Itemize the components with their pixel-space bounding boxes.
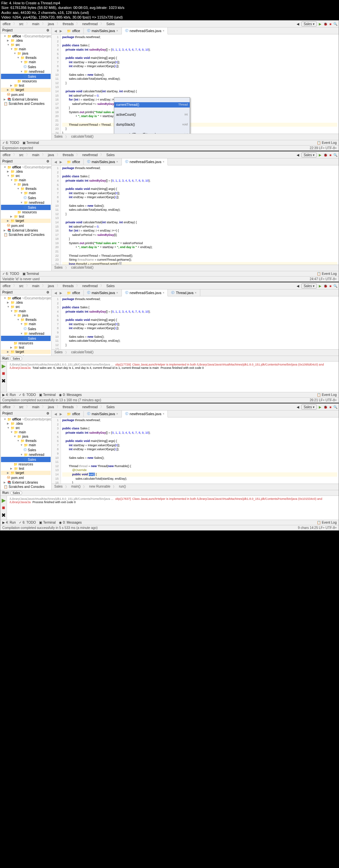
tree-item[interactable]: ▼📁main: [1, 47, 51, 51]
tree-item-selected[interactable]: ⒸSales: [1, 74, 51, 79]
stop-icon[interactable]: ■: [2, 371, 5, 376]
tab-bar: ◀ ▶ 📁office Ⓒmain/Sales.java× Ⓒnewthread…: [52, 27, 339, 34]
code-editor[interactable]: 123456789101112131415161718192021222324 …: [52, 34, 339, 134]
toolbar: ◀ Sales ▾ ▶ 🐞 ■ 🔍: [296, 22, 337, 27]
tree-item[interactable]: ▼📁src: [1, 43, 51, 47]
video-metadata-header: File: 4. How to Create a Thread.mp4 Size…: [0, 0, 339, 20]
crumb[interactable]: java: [47, 22, 55, 26]
ide-frame-4: office〉src〉main〉java〉threads〉newthread〉S…: [0, 403, 339, 531]
ide-frame-2: office〉src〉main〉java〉threads〉newthread〉S…: [0, 151, 339, 282]
tree-root[interactable]: ▼📁office ~/Documents/project/dts/office: [1, 34, 51, 38]
status-bar: Expression expected22:39 LF÷ UTF-8÷: [0, 145, 339, 151]
tab[interactable]: 📁office: [63, 28, 84, 34]
run-tab[interactable]: ▶ 4: Run: [2, 393, 16, 397]
run-output[interactable]: /Library/Java/JavaVirtualMachines/jdk1.8…: [7, 362, 339, 392]
editor-area: ◀ ▶ 📁office Ⓒmain/Sales.java× Ⓒnewthread…: [52, 27, 339, 140]
tab[interactable]: Ⓒmain/Sales.java×: [84, 27, 122, 34]
tree-item[interactable]: ▼📁main: [1, 60, 51, 64]
terminal-tab[interactable]: ▣ Terminal: [23, 141, 39, 145]
autocomplete-item[interactable]: dumpStack()void: [114, 122, 190, 127]
close-icon[interactable]: ✖: [1, 378, 6, 384]
tree-item[interactable]: ▼📁threads: [1, 56, 51, 60]
autocomplete-item[interactable]: currentThread()Thread: [114, 102, 190, 107]
tree-item[interactable]: ⒸSales: [1, 64, 51, 69]
crumb[interactable]: newthread: [81, 22, 98, 26]
tree-item[interactable]: 📁resources: [1, 79, 51, 83]
crumb[interactable]: office: [2, 22, 11, 26]
gutter: 123456789101112131415161718192021222324: [52, 34, 61, 134]
tree-item[interactable]: ▶📁test: [1, 83, 51, 88]
project-tree[interactable]: ▼📁office ~/Documents/project/dts/office …: [0, 33, 51, 140]
event-log[interactable]: 📋 Event Log: [317, 141, 337, 145]
tree-item[interactable]: ▶📚External Libraries: [1, 97, 51, 101]
tree-item[interactable]: ▼📁newthread: [1, 69, 51, 74]
run-config-dropdown[interactable]: Sales ▾: [301, 22, 317, 27]
nav-fwd[interactable]: ▶: [58, 28, 63, 33]
project-tool-window: Project⚙ ▼📁office ~/Documents/project/dt…: [0, 27, 52, 140]
crumb[interactable]: src: [18, 22, 25, 26]
autocomplete-popup[interactable]: currentThread()Thread activeCount()int d…: [114, 97, 190, 134]
back-icon[interactable]: ◀: [296, 22, 299, 26]
run-header: Run: Sales: [0, 356, 339, 362]
messages-tab[interactable]: ◉ 0: Messages: [59, 393, 82, 397]
run-icon[interactable]: ▶: [319, 22, 321, 26]
tree-item[interactable]: ▶📁target: [1, 88, 51, 92]
breadcrumbs: office〉 src〉 main〉 java〉 threads〉 newthr…: [2, 21, 116, 27]
editor-breadcrumb: Sales〉calculateTotal(): [52, 134, 339, 140]
autocomplete-item[interactable]: enumerate(Thread[] tarray)int: [114, 132, 190, 134]
nav-back[interactable]: ◀: [53, 28, 58, 33]
gear-icon[interactable]: ⚙: [46, 28, 49, 32]
bottom-tool-bar: ✓ 6: TODO ▣ Terminal 📋 Event Log: [0, 140, 339, 145]
run-toolbar: ▶ ■ ✖: [0, 362, 7, 392]
crumb[interactable]: Sales: [105, 22, 116, 26]
tree-item[interactable]: ▼📁java: [1, 51, 51, 56]
todo-tab[interactable]: ✓ 6: TODO: [2, 141, 19, 145]
crumb[interactable]: threads: [62, 22, 75, 26]
crumb[interactable]: main: [31, 22, 40, 26]
code-content[interactable]: package threads.newthread; public class …: [61, 34, 339, 134]
tree-item[interactable]: Ⓜpom.xml: [1, 92, 51, 97]
rerun-icon[interactable]: ▶: [2, 363, 6, 369]
tree-item[interactable]: 📋Scratches and Consoles: [1, 101, 51, 106]
breadcrumb-bar: office〉 src〉 main〉 java〉 threads〉 newthr…: [0, 21, 339, 27]
debug-icon[interactable]: 🐞: [323, 22, 328, 26]
autocomplete-item[interactable]: activeCount()int: [114, 112, 190, 118]
run-tool-window: Run: Sales ▶ ■ ✖ /Library/Java/JavaVirtu…: [0, 355, 339, 392]
close-icon[interactable]: ×: [163, 29, 164, 32]
close-icon[interactable]: ×: [116, 29, 118, 32]
tree-item[interactable]: ▶📁.idea: [1, 38, 51, 43]
ide-frame-1: office〉 src〉 main〉 java〉 threads〉 newthr…: [0, 20, 339, 151]
tab-active[interactable]: Ⓒnewthread/Sales.java×: [122, 27, 168, 34]
search-icon[interactable]: 🔍: [333, 22, 337, 26]
project-title: Project: [2, 28, 12, 32]
ide-frame-3: office〉src〉main〉java〉threads〉newthread〉S…: [0, 282, 339, 403]
stop-icon[interactable]: ■: [330, 22, 331, 26]
